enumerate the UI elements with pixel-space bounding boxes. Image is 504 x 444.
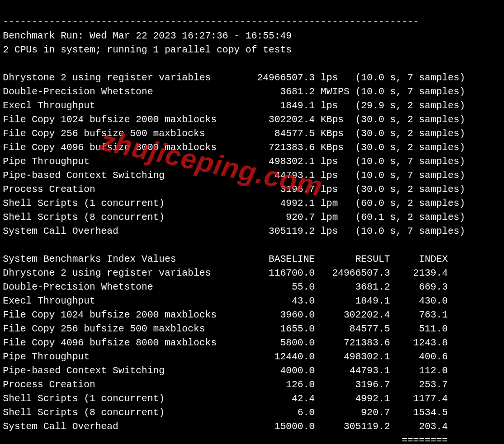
benchmark-run-line: Benchmark Run: Wed Mar 22 2023 16:27:36 … [3,30,292,41]
terminal-screen: ----------------------------------------… [0,0,504,444]
index-block: System Benchmarks Index Values BASELINE … [3,254,448,432]
cpu-line: 2 CPUs in system; running 1 parallel cop… [3,44,292,55]
header-dashes: ----------------------------------------… [3,16,419,27]
tests-block: Dhrystone 2 using register variables 249… [3,72,465,237]
footer-block: ======== System Benchmarks Index Score 5… [3,435,448,444]
